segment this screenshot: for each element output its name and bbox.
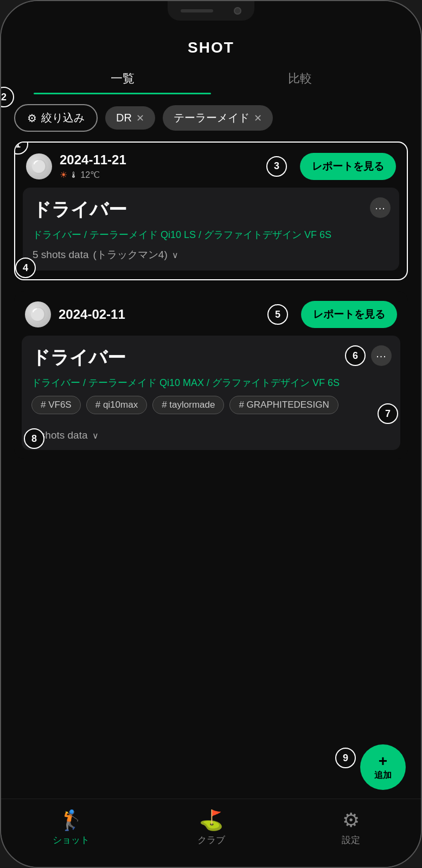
- tab-bar: 一覧 比較: [1, 56, 421, 94]
- session-header-2: ⚪ 2024-02-11 5 レポートを見る: [14, 291, 408, 336]
- tab-ichiran[interactable]: 一覧: [34, 65, 211, 94]
- more-button-1[interactable]: ···: [370, 197, 391, 218]
- bottom-nav: 🏌 ショット ⛳ クラブ ⚙ 設定: [1, 799, 421, 867]
- tag-vf6s[interactable]: # VF6S: [31, 396, 81, 414]
- nav-label-settings: 設定: [342, 834, 360, 846]
- annotation-3: 3: [266, 156, 287, 177]
- tag-qi10max[interactable]: # qi10max: [86, 396, 147, 414]
- session-card-1: 1 ⚪ 2024-11-21 ☀ 🌡 12℃ 3: [14, 142, 408, 280]
- nav-club[interactable]: ⛳ クラブ: [141, 805, 281, 851]
- filter-tag-taylormade-close[interactable]: ✕: [254, 112, 262, 124]
- club-detail-1: ドライバー / テーラーメイド Qi10 LS / グラファイトデザイン VF …: [33, 228, 389, 242]
- add-button[interactable]: + 追加: [360, 744, 406, 790]
- filter-icon: ⚙: [27, 112, 37, 125]
- fab-area: 9 + 追加: [1, 738, 421, 799]
- fab-plus-icon: +: [379, 754, 387, 769]
- report-button-2[interactable]: レポートを見る: [301, 301, 397, 328]
- filter-row: 2 ⚙ 絞り込み DR ✕ テーラーメイド ✕: [1, 94, 421, 137]
- more-button-2[interactable]: ···: [371, 345, 392, 366]
- club-icon: ⛳: [199, 809, 223, 832]
- phone-camera: [234, 7, 241, 15]
- shots-row-2[interactable]: 8 7 shots data ∨: [31, 429, 391, 441]
- shots-sub-1: (トラックマン4): [93, 248, 168, 262]
- phone-frame: SHOT 一覧 比較 2 ⚙ 絞り込み DR ✕: [0, 0, 422, 868]
- annotation-9: 9: [335, 748, 356, 768]
- annotation-7: 7: [378, 403, 398, 424]
- club-entry-1: 4 ドライバー ··· ドライバー / テーラーメイド Qi10 LS / グラ…: [23, 188, 399, 271]
- app-title: SHOT: [1, 39, 421, 56]
- session-date-2: 2024-02-11: [59, 307, 260, 322]
- shots-chevron-1: ∨: [172, 250, 178, 260]
- filter-tag-taylormade[interactable]: テーラーメイド ✕: [163, 105, 273, 131]
- tag-taylormade[interactable]: # taylormade: [152, 396, 224, 414]
- golf-ball-icon-2: ⚪: [25, 301, 51, 327]
- annotation-5: 5: [267, 304, 288, 325]
- tags-row-2: 7 # VF6S # qi10max # taylormade # GRAPHI…: [31, 396, 391, 414]
- club-name-1: ドライバー: [33, 197, 389, 222]
- shot-icon: 🏌: [59, 809, 84, 832]
- nav-label-shot: ショット: [53, 834, 89, 846]
- phone-speaker: [181, 9, 213, 12]
- shots-chevron-2: ∨: [92, 430, 99, 441]
- app-header: SHOT: [1, 34, 421, 56]
- session-header-1: ⚪ 2024-11-21 ☀ 🌡 12℃ 3 レポートを見る: [15, 143, 407, 188]
- nav-label-club: クラブ: [197, 834, 225, 846]
- fab-label: 追加: [374, 770, 392, 781]
- scroll-area[interactable]: 1 ⚪ 2024-11-21 ☀ 🌡 12℃ 3: [1, 137, 421, 738]
- gear-icon: ⚙: [342, 809, 360, 832]
- tab-hikaku[interactable]: 比較: [211, 65, 388, 94]
- temp-icon: 🌡 12℃: [69, 170, 100, 180]
- tag-graphitedesign[interactable]: # GRAPHITEDESIGN: [229, 396, 338, 414]
- session-date-1: 2024-11-21: [60, 152, 259, 168]
- session-weather-1: ☀ 🌡 12℃: [60, 170, 259, 180]
- club-name-2: ドライバー: [31, 345, 391, 370]
- annotation-4: 4: [15, 258, 36, 278]
- filter-tag-dr-close[interactable]: ✕: [136, 112, 144, 124]
- sun-icon: ☀: [60, 170, 67, 180]
- report-button-1[interactable]: レポートを見る: [300, 153, 396, 180]
- screen: SHOT 一覧 比較 2 ⚙ 絞り込み DR ✕: [1, 1, 421, 867]
- nav-settings[interactable]: ⚙ 設定: [281, 805, 421, 851]
- nav-shot[interactable]: 🏌 ショット: [1, 805, 141, 851]
- annotation-8: 8: [24, 428, 44, 449]
- club-entry-2: ドライバー 6 ··· ドライバー / テーラーメイド Qi10 MAX / グ…: [22, 336, 400, 450]
- shots-row-1[interactable]: 5 shots data (トラックマン4) ∨: [33, 248, 389, 262]
- filter-tag-dr[interactable]: DR ✕: [105, 106, 155, 130]
- club-detail-2: ドライバー / テーラーメイド Qi10 MAX / グラファイトデザイン VF…: [31, 376, 391, 390]
- filter-button[interactable]: ⚙ 絞り込み: [14, 104, 98, 132]
- golf-ball-icon-1: ⚪: [26, 153, 52, 179]
- session-card-2: ⚪ 2024-02-11 5 レポートを見る ドライバー: [14, 291, 408, 459]
- annotation-6: 6: [345, 345, 366, 366]
- phone-notch: [168, 1, 254, 21]
